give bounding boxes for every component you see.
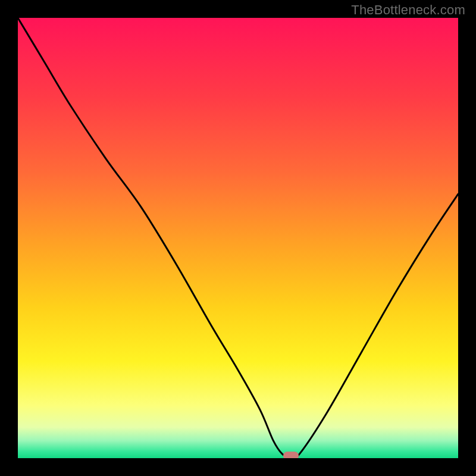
plot-area [18, 18, 458, 458]
bottleneck-curve [18, 18, 458, 458]
optimal-point-marker [283, 452, 299, 458]
watermark-text: TheBottleneck.com [351, 2, 465, 18]
chart-frame: TheBottleneck.com [0, 0, 476, 476]
